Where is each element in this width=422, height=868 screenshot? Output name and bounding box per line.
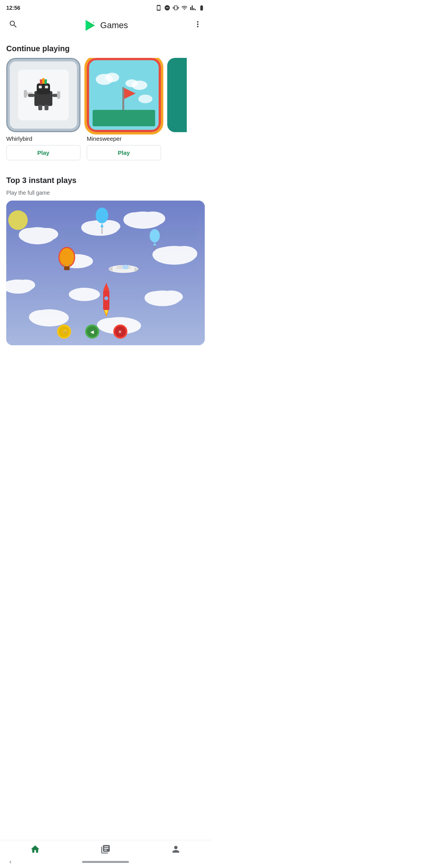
svg-point-24 — [138, 95, 152, 103]
status-bar: 12:56 — [0, 0, 211, 14]
svg-point-32 — [36, 228, 58, 240]
svg-rect-9 — [39, 86, 42, 88]
vibrate-icon — [173, 5, 179, 11]
screenshot-icon — [156, 5, 162, 11]
svg-point-29 — [8, 210, 28, 230]
more-vert-icon — [193, 20, 202, 29]
wifi-icon — [181, 5, 188, 11]
svg-point-51 — [29, 310, 54, 324]
svg-rect-18 — [57, 91, 60, 99]
top-plays-subtitle: Play the full game — [0, 190, 211, 201]
app-bar-center: + Games — [83, 18, 128, 32]
svg-point-55 — [96, 208, 108, 223]
svg-point-41 — [16, 280, 35, 291]
svg-point-54 — [69, 288, 100, 301]
svg-rect-13 — [45, 79, 47, 84]
app-bar-title: Games — [100, 20, 128, 30]
svg-point-73 — [104, 296, 108, 300]
svg-rect-14 — [38, 105, 42, 110]
svg-rect-25 — [93, 110, 155, 126]
continue-playing-scroll[interactable]: Whirlybird Play — [0, 58, 211, 167]
whirlybird-play-button[interactable]: Play — [6, 145, 80, 160]
svg-rect-11 — [40, 79, 42, 84]
main-content: Continue playing — [0, 38, 211, 392]
minesweeper-title: Minesweeper — [87, 135, 161, 142]
svg-point-23 — [125, 79, 138, 87]
third-game-icon — [167, 58, 187, 132]
app-bar: + Games — [0, 14, 211, 38]
svg-point-35 — [140, 212, 165, 226]
svg-rect-60 — [64, 266, 70, 270]
game-scene-svg: 😊 ◀ ✕ — [6, 201, 205, 345]
top-instant-plays-section: Top 3 instant plays Play the full game — [0, 167, 211, 345]
svg-text:😊: 😊 — [62, 329, 68, 335]
game-preview[interactable]: 😊 ◀ ✕ — [6, 201, 205, 345]
svg-rect-10 — [45, 86, 48, 88]
minesweeper-card: Minesweeper Play — [87, 58, 161, 160]
status-icons — [156, 5, 205, 11]
svg-rect-6 — [24, 90, 27, 98]
whirlybird-card: Whirlybird Play — [6, 58, 80, 160]
dnd-icon — [164, 5, 170, 11]
status-time: 12:56 — [6, 5, 20, 11]
whirlybird-icon — [6, 58, 80, 132]
game-preview-bg: 😊 ◀ ✕ — [6, 201, 205, 345]
svg-rect-26 — [122, 87, 124, 110]
search-button[interactable] — [6, 17, 20, 33]
svg-point-63 — [150, 229, 160, 242]
svg-rect-16 — [28, 94, 34, 97]
continue-playing-title: Continue playing — [0, 38, 211, 58]
minesweeper-art — [93, 64, 155, 126]
play-games-logo: + — [83, 18, 97, 32]
continue-playing-section: Continue playing — [0, 38, 211, 167]
more-options-button[interactable] — [191, 17, 205, 33]
signal-icon — [190, 5, 196, 11]
minesweeper-play-button[interactable]: Play — [87, 145, 161, 160]
minesweeper-icon — [87, 58, 161, 132]
search-icon — [9, 20, 18, 29]
svg-rect-12 — [42, 78, 45, 84]
third-game-card — [167, 58, 187, 160]
whirlybird-art — [18, 70, 69, 120]
svg-point-38 — [171, 246, 197, 262]
whirlybird-title: Whirlybird — [6, 135, 80, 142]
svg-text:✕: ✕ — [118, 329, 122, 335]
top-plays-title: Top 3 instant plays — [0, 170, 211, 190]
svg-text:◀: ◀ — [90, 329, 94, 335]
svg-text:+: + — [93, 21, 94, 24]
svg-point-21 — [105, 73, 119, 82]
svg-point-46 — [159, 291, 183, 303]
svg-rect-15 — [45, 105, 48, 110]
svg-point-68 — [122, 265, 129, 269]
svg-rect-8 — [37, 83, 50, 94]
battery-icon — [198, 5, 205, 11]
